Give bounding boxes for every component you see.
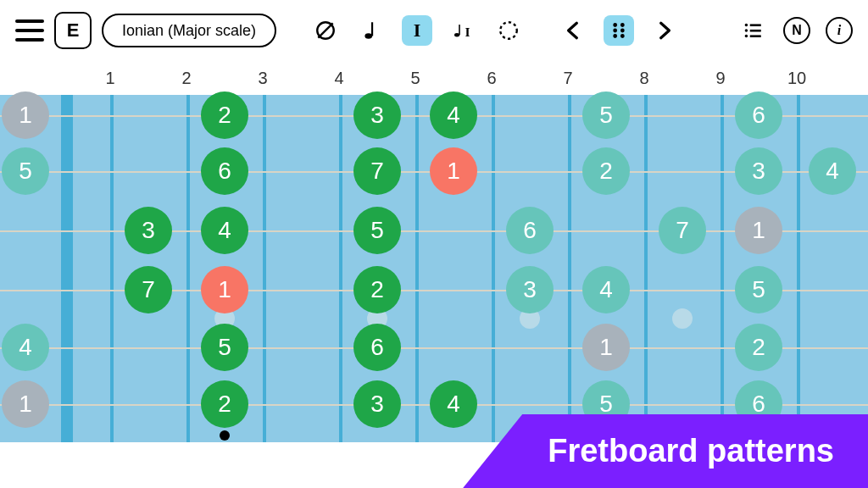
fretboard[interactable]: 154137264152375263414635241576315264 bbox=[0, 95, 868, 442]
svg-text:I: I bbox=[465, 25, 470, 39]
note-dot[interactable]: 1 bbox=[201, 266, 248, 313]
svg-point-15 bbox=[745, 29, 748, 31]
note-names-button[interactable]: N bbox=[783, 17, 810, 44]
note-dot[interactable]: 3 bbox=[506, 266, 554, 313]
position-marker bbox=[220, 430, 230, 441]
fret-line bbox=[415, 95, 419, 442]
svg-point-9 bbox=[620, 23, 625, 27]
dashed-circle-icon[interactable] bbox=[493, 15, 524, 46]
fret-line bbox=[568, 95, 571, 442]
fret-number: 10 bbox=[759, 69, 835, 88]
note-dot[interactable]: 2 bbox=[582, 147, 630, 195]
note-dot[interactable]: 3 bbox=[125, 207, 172, 254]
fret-number: 7 bbox=[530, 69, 606, 88]
fret-number: 4 bbox=[301, 69, 377, 88]
note-dot[interactable]: 4 bbox=[430, 380, 477, 428]
info-button[interactable]: i bbox=[826, 17, 853, 44]
interval-icon[interactable]: I bbox=[402, 15, 432, 46]
note-dot[interactable]: 2 bbox=[201, 380, 248, 428]
svg-point-2 bbox=[364, 33, 372, 39]
fret-line bbox=[492, 95, 495, 442]
svg-point-10 bbox=[613, 29, 617, 33]
note-dot[interactable]: 2 bbox=[201, 92, 248, 139]
scale-button[interactable]: Ionian (Major scale) bbox=[102, 14, 276, 47]
note-dot[interactable]: 6 bbox=[735, 92, 782, 139]
note-dot[interactable]: 1 bbox=[735, 207, 782, 254]
svg-point-14 bbox=[745, 24, 748, 26]
note-dot[interactable]: 7 bbox=[659, 207, 706, 254]
fret-number: 5 bbox=[377, 69, 453, 88]
svg-rect-5 bbox=[459, 25, 460, 35]
svg-rect-17 bbox=[750, 24, 761, 26]
right-toolbar: N i bbox=[737, 15, 853, 46]
note-dot[interactable]: 5 bbox=[582, 92, 630, 139]
svg-point-8 bbox=[613, 23, 617, 27]
svg-rect-3 bbox=[371, 22, 373, 36]
fret-numbers: 12345678910 bbox=[0, 61, 868, 95]
fret-line bbox=[797, 95, 800, 442]
note-dot[interactable]: 3 bbox=[353, 380, 401, 428]
fret-line bbox=[186, 95, 190, 442]
note-dot[interactable]: 7 bbox=[125, 266, 172, 313]
note-dot[interactable]: 1 bbox=[430, 147, 477, 195]
note-dot[interactable]: 4 bbox=[2, 324, 49, 371]
note-dot[interactable]: 3 bbox=[353, 92, 401, 139]
pattern-nav bbox=[558, 15, 680, 46]
fret-number: 6 bbox=[453, 69, 530, 88]
list-icon[interactable] bbox=[737, 15, 768, 46]
dots-grid-icon[interactable] bbox=[604, 15, 634, 46]
note-dot[interactable]: 1 bbox=[582, 324, 630, 371]
svg-rect-18 bbox=[750, 30, 761, 32]
note-dot[interactable]: 4 bbox=[430, 92, 477, 139]
fret-line bbox=[263, 95, 266, 442]
note-dot[interactable]: 4 bbox=[809, 147, 856, 195]
note-dot[interactable]: 2 bbox=[735, 324, 782, 371]
display-mode-icons: I I bbox=[310, 15, 524, 46]
toolbar: E Ionian (Major scale) I I N i bbox=[0, 0, 868, 61]
fret-number: 2 bbox=[148, 69, 225, 88]
fret-line bbox=[110, 95, 114, 442]
note-dot[interactable]: 6 bbox=[353, 324, 401, 371]
svg-point-16 bbox=[745, 35, 748, 37]
note-dot[interactable]: 3 bbox=[735, 147, 782, 195]
prev-icon[interactable] bbox=[558, 15, 588, 46]
note-dot[interactable]: 1 bbox=[2, 380, 49, 428]
note-dot[interactable]: 5 bbox=[2, 147, 49, 195]
fret-number: 1 bbox=[72, 69, 148, 88]
svg-point-13 bbox=[620, 34, 625, 38]
note-interval-icon[interactable]: I bbox=[448, 15, 478, 46]
svg-rect-19 bbox=[750, 35, 761, 37]
empty-circle-icon[interactable] bbox=[310, 15, 341, 46]
note-dot[interactable]: 5 bbox=[353, 207, 401, 254]
note-dot[interactable]: 6 bbox=[506, 207, 554, 254]
svg-point-4 bbox=[454, 33, 459, 37]
note-dot[interactable]: 2 bbox=[353, 266, 401, 313]
promo-banner: Fretboard patterns bbox=[463, 414, 868, 488]
note-dot[interactable]: 7 bbox=[353, 147, 401, 195]
key-button[interactable]: E bbox=[54, 12, 92, 49]
note-dot[interactable]: 4 bbox=[201, 207, 248, 254]
note-dot[interactable]: 4 bbox=[582, 266, 630, 313]
fret-number: 3 bbox=[225, 69, 301, 88]
fret-line bbox=[644, 95, 648, 442]
svg-point-12 bbox=[613, 34, 617, 38]
fret-number: 8 bbox=[606, 69, 682, 88]
fret-line bbox=[339, 95, 342, 442]
note-icon[interactable] bbox=[356, 15, 387, 46]
nut bbox=[61, 95, 73, 442]
inlay-marker bbox=[672, 308, 693, 329]
svg-point-11 bbox=[620, 29, 625, 33]
fret-number: 9 bbox=[682, 69, 759, 88]
note-dot[interactable]: 5 bbox=[201, 324, 248, 371]
note-dot[interactable]: 6 bbox=[201, 147, 248, 195]
fret-line bbox=[721, 95, 724, 442]
menu-icon[interactable] bbox=[15, 19, 44, 42]
svg-point-7 bbox=[500, 22, 517, 39]
note-dot[interactable]: 1 bbox=[2, 92, 49, 139]
note-dot[interactable]: 5 bbox=[735, 266, 782, 313]
next-icon[interactable] bbox=[649, 15, 680, 46]
